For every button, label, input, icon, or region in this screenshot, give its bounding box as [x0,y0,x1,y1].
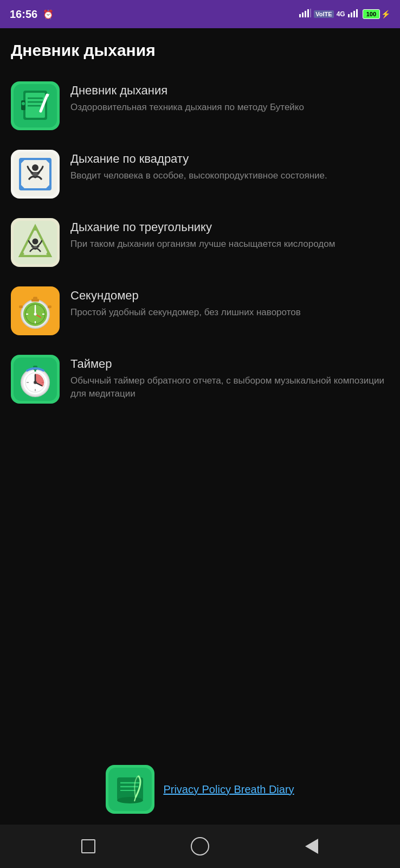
triangle-text: Дыхание по треугольнику При таком дыхани… [70,218,389,251]
page-title: Дневник дыхания [11,41,389,60]
svg-rect-0 [299,14,301,17]
svg-rect-3 [307,9,309,17]
diary-desc: Оздоровительная техника дыхания по метод… [70,101,389,114]
svg-rect-8 [356,9,358,17]
square-text: Дыхание по квадрату Вводит человека в ос… [70,150,389,182]
svg-point-31 [33,239,38,245]
svg-rect-1 [302,12,304,17]
square-breathing-icon [11,150,60,199]
privacy-policy-link[interactable]: Privacy Policy Breath Diary [163,783,294,796]
svg-rect-4 [310,9,311,17]
stopwatch-desc: Простой удобный секундомер, без лишних н… [70,306,389,319]
menu-list: Дневник дыхания Оздоровительная техника … [0,66,400,419]
back-icon [305,839,318,854]
app-header: Дневник дыхания [0,28,400,66]
menu-item-stopwatch[interactable]: Секундомер Простой удобный секундомер, б… [0,277,400,345]
square-desc: Вводит человека в особое, высокопродукти… [70,169,389,182]
nav-home-button[interactable] [188,834,212,858]
stopwatch-icon [11,286,60,335]
stopwatch-title: Секундомер [70,289,389,303]
timer-desc: Обычный таймер обратного отчета, с выбор… [70,374,389,400]
nav-bar [0,825,400,868]
svg-rect-37 [19,305,23,308]
svg-point-62 [117,797,143,803]
status-bar: 16:56 ⏰ VolTE 4G 100 ⚡ [0,0,400,28]
volte-icon: VolTE [314,10,333,18]
menu-item-triangle[interactable]: Дыхание по треугольнику При таком дыхани… [0,208,400,277]
diary-icon [11,81,60,130]
timer-title: Таймер [70,357,389,371]
signal-icon [299,9,311,20]
svg-rect-6 [351,12,352,17]
menu-item-square[interactable]: Дыхание по квадрату Вводит человека в ос… [0,140,400,208]
timer-text: Таймер Обычный таймер обратного отчета, … [70,355,389,400]
footer-app-icon [106,765,154,814]
svg-rect-38 [48,305,51,308]
recent-apps-icon [81,839,95,853]
triangle-breathing-icon [11,218,60,267]
svg-rect-7 [353,11,355,17]
battery-icon: 100 ⚡ [363,9,390,19]
svg-point-46 [34,313,37,316]
diary-text: Дневник дыхания Оздоровительная техника … [70,81,389,114]
svg-point-25 [32,164,38,171]
diary-title: Дневник дыхания [70,84,389,98]
footer: Privacy Policy Breath Diary [0,760,400,819]
menu-item-diary[interactable]: Дневник дыхания Оздоровительная техника … [0,72,400,140]
home-icon [191,837,209,856]
stopwatch-text: Секундомер Простой удобный секундомер, б… [70,286,389,319]
alarm-icon: ⏰ [43,9,54,20]
4g-icon: 4G [337,10,345,18]
square-title: Дыхание по квадрату [70,152,389,166]
timer-icon [11,355,60,404]
svg-rect-5 [348,14,350,17]
triangle-title: Дыхание по треугольнику [70,220,389,234]
signal-icon-2 [348,9,360,20]
nav-recent-apps-button[interactable] [76,834,100,858]
menu-item-timer[interactable]: Таймер Обычный таймер обратного отчета, … [0,345,400,413]
nav-back-button[interactable] [300,834,324,858]
status-time: 16:56 [10,8,37,21]
svg-rect-2 [305,11,306,17]
status-left: 16:56 ⏰ [10,8,54,21]
status-right: VolTE 4G 100 ⚡ [299,9,390,20]
triangle-desc: При таком дыхании организм лучше насыщае… [70,238,389,251]
svg-rect-36 [31,299,39,302]
svg-point-18 [22,102,25,105]
